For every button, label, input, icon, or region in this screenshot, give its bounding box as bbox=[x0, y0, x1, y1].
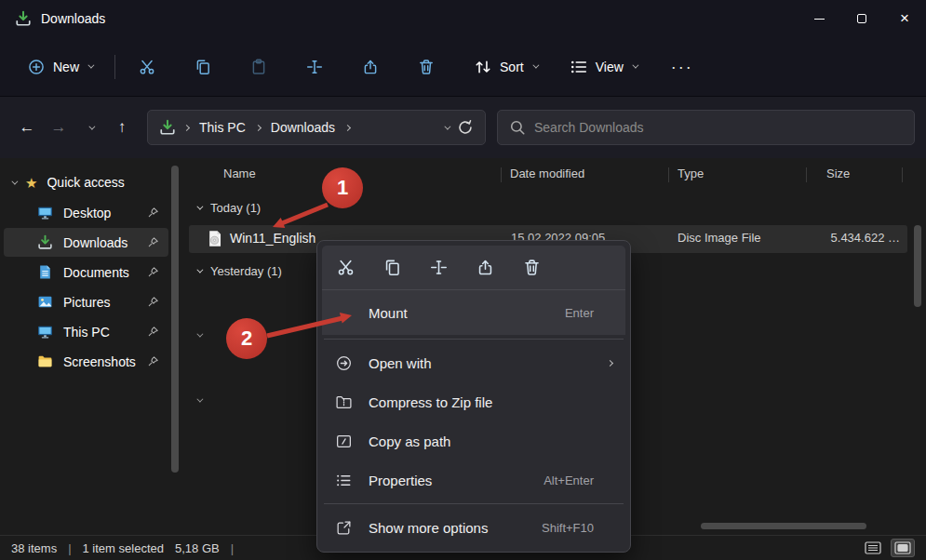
new-button[interactable]: New bbox=[17, 53, 103, 81]
back-button[interactable]: ← bbox=[11, 112, 43, 143]
sidebar-item-documents[interactable]: Documents bbox=[4, 258, 168, 287]
cut-icon bbox=[139, 59, 155, 75]
group-label: Today (1) bbox=[210, 201, 261, 215]
copy-icon bbox=[195, 59, 211, 75]
vertical-scrollbar[interactable] bbox=[914, 225, 921, 307]
cut-button[interactable] bbox=[132, 50, 162, 84]
details-view-button[interactable] bbox=[861, 539, 885, 557]
sidebar-item-quick-access[interactable]: ★ Quick access bbox=[0, 167, 183, 197]
delete-button[interactable] bbox=[521, 258, 542, 278]
chevron-down-icon bbox=[632, 62, 638, 69]
group-chevron-icon[interactable] bbox=[196, 331, 203, 338]
view-toggle bbox=[861, 539, 915, 557]
menu-shortcut: Enter bbox=[565, 306, 594, 320]
close-button[interactable]: × bbox=[883, 0, 926, 37]
copy-icon bbox=[383, 259, 401, 276]
group-chevron-icon[interactable] bbox=[196, 396, 203, 403]
address-dropdown-chevron[interactable] bbox=[444, 123, 450, 129]
column-header-name[interactable]: Name bbox=[223, 167, 256, 180]
pin-icon bbox=[147, 326, 159, 338]
group-header-today[interactable]: Today (1) bbox=[196, 201, 261, 215]
pin-icon bbox=[147, 207, 159, 219]
sidebar-item-desktop[interactable]: Desktop bbox=[4, 198, 168, 227]
recent-locations-button[interactable] bbox=[74, 112, 106, 143]
delete-button[interactable] bbox=[411, 50, 441, 84]
submenu-chevron-icon bbox=[607, 359, 613, 366]
sidebar-scrollbar[interactable] bbox=[171, 166, 179, 473]
titlebar: Downloads × bbox=[0, 0, 926, 37]
sidebar-item-downloads[interactable]: Downloads bbox=[4, 228, 168, 257]
menu-item-open-with[interactable]: Open with bbox=[322, 343, 625, 382]
menu-label: Open with bbox=[369, 355, 608, 371]
pin-icon bbox=[147, 355, 159, 367]
view-label: View bbox=[596, 60, 624, 74]
star-icon: ★ bbox=[25, 176, 37, 190]
address-bar[interactable]: This PC Downloads bbox=[147, 110, 486, 145]
menu-item-show-more-options[interactable]: Show more options Shift+F10 bbox=[322, 508, 625, 547]
computer-icon bbox=[37, 324, 53, 340]
refresh-icon[interactable] bbox=[457, 119, 474, 136]
menu-separator bbox=[324, 503, 624, 504]
context-menu-icon-row bbox=[322, 246, 625, 290]
horizontal-scrollbar[interactable] bbox=[701, 523, 866, 529]
pin-icon bbox=[147, 266, 159, 278]
minimize-button[interactable] bbox=[798, 0, 840, 37]
document-icon bbox=[37, 264, 53, 280]
cut-button[interactable] bbox=[335, 258, 356, 278]
properties-icon bbox=[335, 472, 354, 489]
menu-item-compress-to-zip[interactable]: Compress to Zip file bbox=[322, 382, 625, 421]
search-input[interactable] bbox=[534, 120, 903, 135]
pin-icon bbox=[147, 296, 159, 308]
maximize-button[interactable] bbox=[840, 0, 883, 37]
chevron-down-icon bbox=[196, 267, 203, 273]
file-type: Disc Image File bbox=[678, 231, 761, 245]
share-button[interactable] bbox=[475, 258, 495, 278]
pin-icon bbox=[147, 236, 159, 248]
search-box[interactable] bbox=[497, 110, 915, 145]
share-button[interactable] bbox=[356, 50, 385, 84]
menu-label: Mount bbox=[369, 305, 565, 321]
column-header-size[interactable]: Size bbox=[826, 167, 850, 180]
column-header-type[interactable]: Type bbox=[678, 167, 704, 180]
group-label: Yesterday (1) bbox=[210, 264, 282, 278]
large-thumbnails-view-button[interactable] bbox=[891, 539, 915, 557]
open-with-icon bbox=[335, 354, 354, 372]
column-divider bbox=[668, 167, 669, 182]
sort-button[interactable]: Sort bbox=[465, 53, 546, 81]
forward-button[interactable]: → bbox=[43, 112, 74, 143]
pictures-icon bbox=[37, 294, 53, 310]
rename-button[interactable] bbox=[428, 258, 449, 278]
menu-item-mount[interactable]: Mount Enter bbox=[322, 290, 625, 335]
group-header-yesterday[interactable]: Yesterday (1) bbox=[196, 264, 282, 278]
plus-icon bbox=[28, 59, 45, 75]
menu-separator bbox=[324, 339, 624, 340]
more-options-button[interactable]: ··· bbox=[664, 62, 700, 72]
ellipsis-icon: ··· bbox=[671, 62, 693, 72]
up-button[interactable]: ↑ bbox=[106, 112, 138, 143]
menu-item-copy-as-path[interactable]: Copy as path bbox=[322, 421, 625, 460]
chevron-down-icon[interactable] bbox=[11, 178, 18, 184]
breadcrumb-this-pc[interactable]: This PC bbox=[197, 120, 248, 135]
items-count: 38 items bbox=[11, 541, 57, 555]
sidebar-item-this-pc[interactable]: This PC bbox=[4, 317, 168, 346]
sidebar-item-screenshots[interactable]: Screenshots bbox=[4, 347, 168, 376]
paste-button[interactable] bbox=[244, 50, 274, 84]
rename-button[interactable] bbox=[300, 50, 329, 84]
sidebar-item-pictures[interactable]: Pictures bbox=[4, 287, 168, 316]
view-button[interactable]: View bbox=[561, 53, 646, 81]
column-header-date-modified[interactable]: Date modified bbox=[510, 167, 584, 180]
menu-item-properties[interactable]: Properties Alt+Enter bbox=[322, 460, 625, 500]
menu-label: Copy as path bbox=[369, 433, 612, 449]
context-menu-top: Mount Enter bbox=[322, 246, 625, 335]
chevron-down-icon bbox=[196, 204, 203, 210]
window-controls: × bbox=[798, 0, 926, 37]
breadcrumb-downloads[interactable]: Downloads bbox=[269, 120, 337, 135]
copy-button[interactable] bbox=[188, 50, 218, 84]
copy-button[interactable] bbox=[382, 258, 402, 278]
chevron-down-icon bbox=[532, 62, 539, 69]
file-name: Win11_English bbox=[230, 231, 315, 246]
zip-folder-icon bbox=[335, 393, 354, 411]
search-icon bbox=[509, 119, 526, 136]
delete-icon bbox=[523, 259, 541, 276]
status-divider: | bbox=[68, 541, 71, 555]
